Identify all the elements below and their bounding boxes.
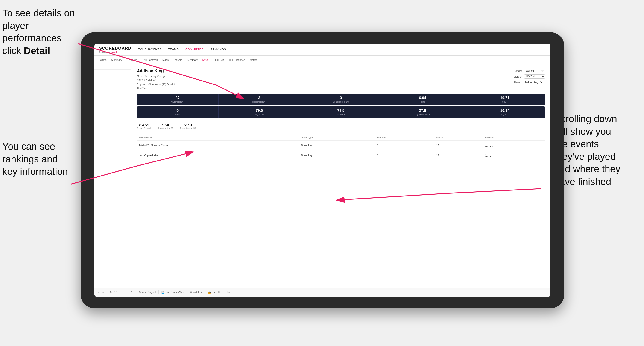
stat-adj-score-value: 78.5	[302, 109, 380, 113]
stat-points: 6.04 Points	[382, 94, 464, 105]
player-region: Region 1 - Southwest (18) District	[137, 82, 174, 86]
player-college: Mesa Community College	[137, 74, 174, 78]
filter-division-row: Division NJCAA I NJCAA II	[514, 74, 545, 79]
stats-grid-row2: 0 Wins 79.6 Avg Score 78.5 Adj Score 27.…	[137, 106, 545, 118]
player-info: Addison King Mesa Community College NJCA…	[137, 69, 174, 90]
col-rounds: Rounds	[375, 135, 434, 141]
sub-nav-h2h-grid2[interactable]: H2H Grid	[214, 57, 224, 62]
stat-sos-label: SoS	[465, 101, 543, 103]
toolbar-grid[interactable]: ☷	[114, 291, 116, 294]
toolbar-zoom-in[interactable]: +	[124, 291, 125, 294]
annotation-bottom-left: You can seerankings andkey information	[2, 140, 78, 178]
sub-nav-h2h-heatmap[interactable]: H2H Heatmap	[142, 57, 158, 62]
stat-avg-score-par-value: 27.8	[384, 109, 462, 113]
tournament-table: Tournament Event Type Rounds Score Posit…	[137, 135, 545, 160]
record-top25: 1-5-0 Record vs top 25	[158, 124, 173, 129]
toolbar-refresh[interactable]: ↻	[110, 291, 112, 294]
stat-adj-score-label: Adj Score	[302, 113, 380, 116]
toolbar-save-view[interactable]: 💾 Save Custom View	[162, 291, 184, 294]
toolbar-divider-2	[128, 290, 128, 295]
col-tournament: Tournament	[137, 135, 299, 141]
player-name: Addison King	[137, 69, 174, 73]
filter-division-select[interactable]: NJCAA I NJCAA II	[524, 74, 545, 79]
record-top25-value: 1-5-0	[158, 124, 173, 127]
toolbar-divider-1	[107, 290, 107, 295]
record-top25-label: Record vs top 25	[158, 127, 173, 129]
player-division: NJCAA Division 1	[137, 78, 174, 83]
sub-nav-matrix[interactable]: Matrix	[162, 57, 169, 62]
annotation-detail-bold: Detail	[24, 45, 50, 56]
sub-nav-h2h-grid[interactable]: H2H Grid	[126, 57, 137, 62]
stat-avg-score: 79.6 Avg Score	[218, 106, 300, 118]
toolbar-divider-3	[136, 290, 136, 295]
logo-area: SCOREBOARD Powered by clippd	[99, 46, 131, 53]
stat-avg-score-par-label: Avg Score to Par	[384, 113, 462, 116]
filter-division-label: Division	[514, 75, 522, 78]
stat-national-rank-value: 37	[139, 96, 216, 100]
filter-player-label: Player	[514, 81, 520, 84]
toolbar-divider-7	[223, 290, 223, 295]
sub-nav-players[interactable]: Players	[174, 57, 182, 62]
tournament-name-1: Estella CC- Mountain Classic	[137, 141, 299, 151]
nav-tournaments[interactable]: TOURNAMENTS	[138, 47, 161, 52]
record-top50-value: 5-11-1	[180, 124, 196, 127]
tablet-screen: SCOREBOARD Powered by clippd TOURNAMENTS…	[94, 44, 550, 297]
nav-teams[interactable]: TEAMS	[168, 47, 178, 52]
score-1: 17	[434, 141, 483, 151]
stat-regional-rank: 3 Regional Rank	[218, 94, 300, 105]
stat-avg-score-par: 27.8 Avg Score to Par	[382, 106, 464, 118]
tournament-name-2: Lady Coyote Invite	[137, 151, 299, 160]
toolbar-watch[interactable]: 👁 Watch ▼	[190, 291, 202, 294]
bottom-toolbar: ↩ ↪ ↻ ☷ − + ⏱ 👁 View: Original 💾 Save Cu…	[94, 288, 550, 297]
tablet-frame: SCOREBOARD Powered by clippd TOURNAMENTS…	[80, 32, 564, 308]
record-overall-label: Overall Record	[137, 127, 151, 129]
toolbar-redo[interactable]: ↪	[102, 291, 104, 294]
filter-gender-select[interactable]: Women Men	[524, 69, 544, 73]
player-filters: Gender Women Men Division NJCAA I NJCAA …	[514, 69, 545, 84]
score-2: 16	[434, 151, 483, 160]
toolbar-divider-5	[187, 290, 187, 295]
left-panel-teams	[94, 64, 131, 70]
sub-nav-detail[interactable]: Detail	[202, 57, 209, 62]
logo-scoreboard: SCOREBOARD	[99, 46, 131, 51]
stat-avg-score-label: Avg Score	[220, 113, 298, 116]
toolbar-fullscreen[interactable]: ⇱	[218, 291, 220, 294]
sub-nav-summary2[interactable]: Summary	[187, 57, 198, 62]
sub-nav-matrix2[interactable]: Matrix	[250, 57, 256, 62]
nav-rankings[interactable]: RANKINGS	[210, 47, 226, 52]
nav-bar: SCOREBOARD Powered by clippd TOURNAMENTS…	[94, 44, 550, 56]
position-2: 7out of 20	[483, 151, 545, 160]
toolbar-timer[interactable]: ⏱	[130, 291, 133, 294]
toolbar-divider-6	[205, 290, 206, 295]
stat-points-value: 6.04	[384, 96, 462, 100]
record-overall: 91-20-1 Overall Record	[137, 124, 151, 129]
stat-conference-rank-label: Conference Rank	[302, 101, 380, 103]
player-header: Addison King Mesa Community College NJCA…	[137, 69, 545, 90]
filter-player-select[interactable]: Addison King	[522, 80, 543, 84]
rounds-1: 2	[375, 141, 434, 151]
stats-grid-row1: 37 National Rank 3 Regional Rank 3 Confe…	[137, 94, 545, 105]
stat-wins-value: 0	[139, 109, 216, 113]
toolbar-share[interactable]: Share	[226, 291, 232, 294]
toolbar-expand[interactable]: ➚	[214, 291, 216, 294]
position-1: 4out of 20	[483, 141, 545, 151]
annotation-top-left: To see details onplayer performancesclic…	[2, 7, 80, 57]
player-year: First Year	[137, 86, 174, 91]
sub-nav-teams[interactable]: Teams	[99, 57, 106, 62]
stat-sos-value: -19.71	[465, 96, 543, 100]
nav-items: TOURNAMENTS TEAMS COMMITTEE RANKINGS	[138, 47, 226, 52]
sub-nav-h2h-heatmap2[interactable]: H2H Heatmap	[229, 57, 245, 62]
event-type-1: Stroke Play	[299, 141, 375, 151]
stat-avg-sg-value: -10.14	[465, 109, 543, 113]
toolbar-undo[interactable]: ↩	[98, 291, 100, 294]
col-event-type: Event Type	[299, 135, 375, 141]
toolbar-view-original[interactable]: 👁 View: Original	[139, 291, 156, 294]
sub-nav-summary[interactable]: Summary	[111, 57, 122, 62]
toolbar-zoom-out[interactable]: −	[119, 291, 121, 294]
nav-committee[interactable]: COMMITTEE	[186, 47, 204, 52]
stat-avg-score-value: 79.6	[220, 109, 298, 113]
record-top50-label: Record vs top 50	[180, 127, 196, 129]
stat-national-rank: 37 National Rank	[137, 94, 218, 105]
stat-wins-label: Wins	[139, 113, 216, 116]
toolbar-display[interactable]: 📻	[208, 291, 211, 294]
